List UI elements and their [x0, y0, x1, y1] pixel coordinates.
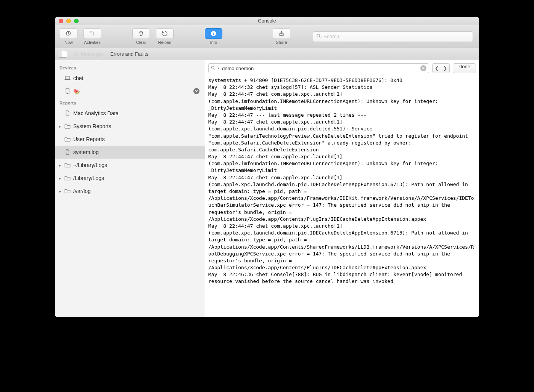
- log-output[interactable]: systemstats + 914800 [D1E75C38-62CE-3D77…: [205, 76, 479, 317]
- report-label: Mac Analytics Data: [73, 110, 119, 116]
- share-icon: [278, 31, 285, 37]
- report-label: ~/Library/Logs: [73, 162, 107, 168]
- zoom-button[interactable]: [74, 19, 79, 23]
- nav-segment: ❮ ❯: [432, 63, 450, 73]
- chevron-down-icon: ▾: [218, 66, 220, 70]
- folder-icon: [64, 175, 71, 181]
- disclosure-triangle[interactable]: ▸: [58, 124, 62, 129]
- folder-icon: [64, 137, 71, 142]
- disclosure-triangle[interactable]: ▸: [58, 163, 62, 167]
- svg-point-4: [93, 34, 94, 35]
- trash-icon: [138, 30, 145, 37]
- reload-icon: [161, 30, 168, 37]
- report-item[interactable]: ▸User Reports: [55, 133, 205, 146]
- reports-header: Reports: [55, 98, 205, 107]
- report-item[interactable]: ▸/var/log: [55, 185, 205, 198]
- device-label: 🍉: [73, 88, 80, 94]
- report-label: System Reports: [73, 123, 111, 129]
- svg-line-14: [214, 68, 215, 69]
- sidebar-toggle[interactable]: [59, 51, 67, 58]
- activities-button[interactable]: Activities: [82, 28, 103, 45]
- sidebar: Devices ▸chet▸🍉 Reports ▸Mac Analytics D…: [55, 60, 205, 317]
- report-item[interactable]: ▸System Reports: [55, 120, 205, 133]
- share-button[interactable]: Share: [271, 28, 292, 45]
- device-label: chet: [73, 75, 83, 81]
- svg-point-3: [90, 31, 91, 32]
- clear-filter-button[interactable]: ✕: [420, 65, 426, 71]
- device-item[interactable]: ▸🍉: [55, 85, 205, 98]
- report-item[interactable]: ▸system.log: [55, 146, 205, 159]
- report-label: User Reports: [73, 136, 105, 142]
- folder-icon: [64, 162, 71, 168]
- filter-bar: All Messages Errors and Faults: [55, 48, 479, 60]
- phone-icon: [64, 88, 71, 94]
- report-label: /Library/Logs: [73, 175, 104, 181]
- svg-line-9: [319, 37, 320, 38]
- svg-text:i: i: [213, 32, 214, 35]
- now-button[interactable]: Now: [58, 28, 79, 45]
- activities-icon: [89, 30, 96, 37]
- status-icon: [193, 88, 199, 94]
- minimize-button[interactable]: [66, 19, 71, 23]
- content-pane: ▾ demo.daemon ✕ ❮ ❯ Done systemstats + 9…: [205, 60, 479, 317]
- folder-icon: [64, 124, 71, 129]
- report-item[interactable]: ▸Mac Analytics Data: [55, 107, 205, 120]
- device-item[interactable]: ▸chet: [55, 72, 205, 85]
- search-icon: [211, 66, 216, 71]
- titlebar[interactable]: Console: [55, 17, 479, 25]
- devices-header: Devices: [55, 63, 205, 72]
- search-icon: [316, 34, 321, 40]
- report-item[interactable]: ▸~/Library/Logs: [55, 159, 205, 172]
- disclosure-triangle[interactable]: ▸: [58, 189, 62, 193]
- cursor-icon: [65, 30, 72, 37]
- folder-icon: [64, 188, 71, 194]
- reload-button[interactable]: Reload: [154, 28, 175, 45]
- report-item[interactable]: ▸/Library/Logs: [55, 172, 205, 185]
- search-placeholder: Search: [323, 34, 339, 39]
- svg-point-8: [317, 34, 320, 37]
- svg-line-2: [68, 33, 69, 34]
- filter-all-messages[interactable]: All Messages: [74, 51, 103, 57]
- toolbar: Now Activities Clear Reload i Info Share: [55, 25, 479, 48]
- report-label: /var/log: [73, 188, 91, 194]
- disclosure-triangle[interactable]: ▸: [58, 176, 62, 180]
- info-icon: i: [211, 31, 217, 37]
- nav-prev[interactable]: ❮: [433, 64, 441, 73]
- svg-point-13: [212, 66, 214, 69]
- file-icon: [64, 111, 71, 116]
- log-filter-field[interactable]: ▾ demo.daemon ✕: [208, 63, 429, 73]
- laptop-icon: [64, 76, 71, 81]
- filter-errors-faults[interactable]: Errors and Faults: [110, 51, 148, 57]
- toolbar-search[interactable]: Search: [313, 31, 473, 42]
- nav-next[interactable]: ❯: [441, 64, 449, 73]
- clear-button[interactable]: Clear: [130, 28, 152, 45]
- svg-point-12: [67, 93, 68, 93]
- window-title: Console: [55, 18, 479, 24]
- report-label: system.log: [73, 149, 99, 155]
- console-window: Console Now Activities Clear Reload i In…: [55, 17, 479, 317]
- done-button[interactable]: Done: [453, 63, 476, 73]
- filter-value: demo.daemon: [222, 66, 254, 71]
- svg-rect-10: [65, 76, 70, 79]
- file-icon: [64, 149, 71, 155]
- info-button[interactable]: i Info: [203, 28, 224, 45]
- close-button[interactable]: [59, 19, 63, 23]
